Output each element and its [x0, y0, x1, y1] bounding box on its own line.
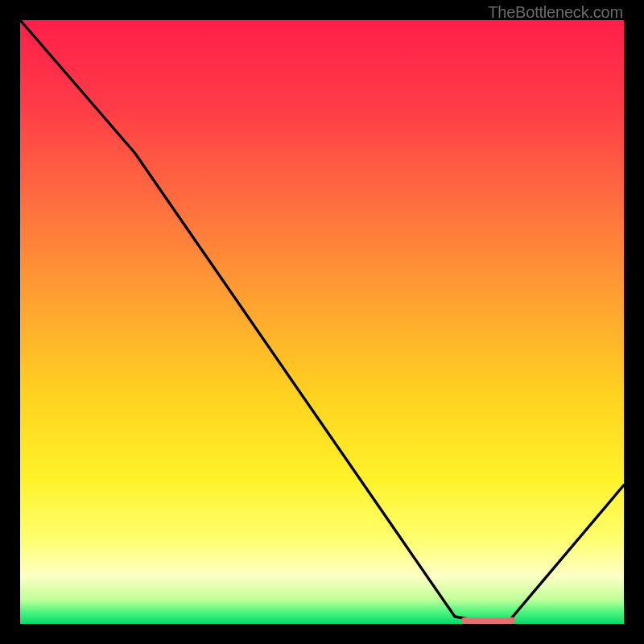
watermark-text: TheBottleneck.com: [488, 3, 623, 22]
chart-container: TheBottleneck.com: [0, 0, 644, 644]
optimal-range-marker: [461, 617, 516, 624]
bottleneck-curve: [20, 20, 624, 624]
plot-area: [20, 20, 624, 624]
